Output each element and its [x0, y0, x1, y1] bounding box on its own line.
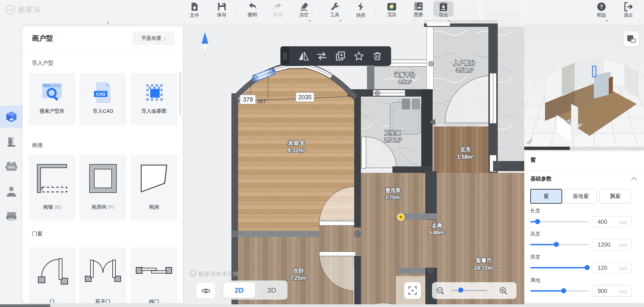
elevation-input[interactable]: 900 mm — [592, 285, 632, 297]
room-equipment[interactable] — [374, 66, 427, 90]
draw-room-icon — [86, 162, 120, 195]
param-elevation-label: 离地 — [530, 277, 540, 284]
tracing-image-icon — [142, 82, 166, 104]
trash-icon — [373, 51, 382, 61]
card-draw-hole[interactable]: 画洞 — [130, 155, 177, 220]
label-living-area: 24.72m² — [474, 265, 494, 271]
svg-text:酷家乐技术支持: 酷家乐技术支持 — [199, 271, 238, 277]
help-button[interactable]: ? 帮助 — [591, 2, 612, 22]
selection-toolbar — [280, 46, 391, 66]
thickness-input[interactable]: 120 mm — [592, 262, 632, 273]
preview-scrollbar[interactable] — [524, 147, 644, 150]
label-equipment: 设备平台 — [394, 72, 415, 78]
swap-arrows-icon — [317, 52, 327, 60]
clear-button[interactable]: 清空 — [293, 2, 315, 22]
zoom-in-icon[interactable] — [499, 287, 508, 295]
preview-3d-window[interactable] — [524, 25, 644, 147]
length-slider[interactable] — [530, 221, 589, 222]
tools-button[interactable]: 工具 — [324, 2, 345, 22]
view-2d-button[interactable]: 2D — [223, 283, 255, 298]
card-import-cad[interactable]: CAD 导入CAD — [79, 73, 126, 125]
delete-button[interactable] — [371, 49, 384, 63]
length-input[interactable]: 400 mm — [592, 216, 632, 227]
elevation-slider[interactable] — [530, 290, 589, 292]
preview-mode-button[interactable] — [624, 31, 639, 47]
mirror-button[interactable] — [297, 49, 310, 63]
card-door[interactable]: 门 — [29, 247, 75, 303]
copy-button[interactable] — [334, 49, 347, 63]
door-leaf-bedroom2[interactable] — [319, 252, 356, 256]
preview-scrollbar-thumb[interactable] — [524, 147, 570, 150]
door-leaf-bathroom[interactable] — [362, 137, 366, 168]
label-foyer-area: 1.58m² — [457, 154, 474, 160]
zoom-out-icon[interactable] — [436, 287, 445, 295]
label-corridor: 走廊 — [432, 222, 442, 228]
top-toolbar: 酷家乐 文件 保存 撤销 恢复 — [0, 0, 644, 23]
type-window-button[interactable]: 窗 — [530, 189, 562, 204]
fit-view-button[interactable] — [404, 282, 421, 299]
redo-button[interactable]: 恢复 — [267, 2, 289, 22]
zoom-slider-track[interactable] — [451, 290, 487, 291]
sidebar-item-doors[interactable] — [0, 131, 22, 153]
card-search-library[interactable]: 搜索户型库 — [29, 73, 75, 125]
save-icon — [217, 2, 226, 11]
preview-resize-handle[interactable] — [526, 138, 533, 145]
visibility-button[interactable] — [196, 283, 215, 299]
view-3d-button[interactable]: 3D — [259, 283, 284, 298]
sidebar-item-account[interactable] — [0, 181, 22, 203]
type-french-window-button[interactable]: 落地窗 — [565, 189, 597, 204]
quick-build-button[interactable]: 快搭 — [350, 2, 372, 22]
canvas-h-scrollbar-thumb[interactable] — [0, 304, 50, 307]
undo-button[interactable]: 撤销 — [241, 2, 263, 22]
height-input[interactable]: 1200 mm — [592, 239, 632, 250]
dropdown-caret — [339, 19, 341, 21]
pip-layout-icon — [627, 35, 636, 43]
height-slider-thumb[interactable] — [554, 242, 559, 247]
panel-scrollbar[interactable] — [179, 72, 181, 115]
toolbar-drag-handle[interactable] — [280, 46, 289, 66]
album-button[interactable]: 图册 — [408, 2, 429, 22]
card-import-tracing[interactable]: 导入临摹图 — [130, 73, 177, 125]
save-button[interactable]: 保存 — [211, 2, 232, 22]
render-camera-icon — [387, 2, 396, 11]
preview-selected-window[interactable] — [592, 66, 596, 77]
render-button[interactable]: 渲染 — [381, 2, 402, 22]
swap-button[interactable] — [315, 49, 329, 63]
card-sliding-door[interactable]: 移门 — [130, 247, 177, 303]
sidebar-item-floorplan[interactable] — [0, 106, 22, 128]
toolbar-separator — [320, 3, 320, 19]
card-double-door[interactable]: 双开门 — [79, 247, 126, 303]
favorite-button[interactable] — [352, 49, 366, 63]
exit-button[interactable]: 退出 — [618, 2, 639, 22]
file-icon — [190, 2, 199, 11]
label-corridor-area: 5.88m² — [429, 229, 445, 235]
sidebar-item-output[interactable] — [0, 205, 22, 227]
height-slider[interactable] — [530, 244, 589, 245]
plan-layout-button[interactable]: 平面布置 › — [132, 32, 175, 45]
label-balcony: 入户阳台 — [453, 60, 475, 66]
svg-text:CAD: CAD — [96, 92, 105, 97]
toolbar-separator — [375, 3, 375, 19]
type-bay-window-button[interactable]: 飘窗 — [599, 189, 631, 204]
card-draw-wall[interactable]: 画墙 (B) — [29, 155, 75, 220]
file-button[interactable]: 文件 — [184, 2, 205, 22]
sliding-door-icon — [136, 257, 172, 285]
door-leaf-unnamed[interactable] — [319, 221, 356, 225]
thickness-slider[interactable] — [530, 267, 589, 268]
bathroom-fixtures[interactable] — [390, 99, 421, 134]
thickness-slider-thumb[interactable] — [585, 265, 590, 270]
export-button[interactable]: 导出 — [433, 2, 454, 22]
collapse-chevron-icon[interactable] — [631, 177, 637, 181]
canvas-h-scrollbar[interactable] — [0, 304, 644, 307]
label-washroom-area: 1.75m² — [385, 194, 401, 200]
wall-balcony-divider[interactable] — [427, 27, 433, 91]
eye-icon — [201, 288, 211, 294]
album-icon — [414, 2, 423, 11]
elevation-slider-thumb[interactable] — [561, 288, 566, 293]
divider — [524, 170, 644, 170]
sidebar-item-furniture[interactable] — [0, 156, 22, 178]
zoom-slider-thumb[interactable] — [458, 288, 463, 293]
card-draw-room[interactable]: 画房间 (F) — [79, 155, 126, 220]
length-slider-thumb[interactable] — [535, 219, 540, 224]
section-draw-wall: 画墙 — [32, 142, 43, 149]
